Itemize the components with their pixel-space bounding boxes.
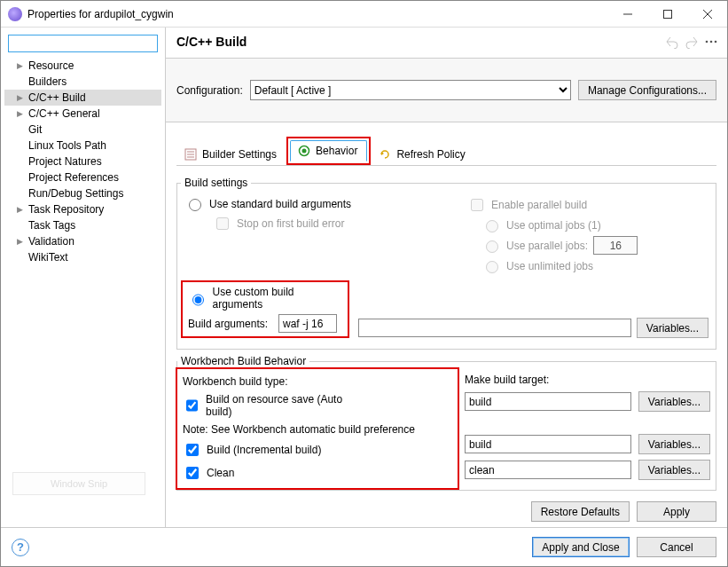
stop-first-checkbox	[216, 217, 229, 230]
page-buttons: Restore Defaults Apply	[166, 492, 727, 522]
parallel-jobs-label: Use parallel jobs:	[506, 240, 588, 252]
sidebar-item-git[interactable]: Git	[4, 122, 161, 138]
sidebar-item-validation[interactable]: ▶Validation	[4, 233, 161, 249]
sidebar: ▶Resource Builders ▶C/C++ Build ▶C/C++ G…	[1, 28, 166, 527]
sidebar-item-task-repo[interactable]: ▶Task Repository	[4, 201, 161, 217]
minimize-button[interactable]	[607, 1, 647, 28]
use-standard-label: Use standard build arguments	[209, 198, 351, 210]
enable-parallel-label: Enable parallel build	[491, 199, 587, 211]
svg-rect-1	[663, 10, 671, 18]
clean-label: Clean	[207, 467, 234, 479]
highlight-box: Use custom build arguments Build argumen…	[181, 280, 349, 338]
build-args-input[interactable]	[278, 314, 337, 333]
sidebar-item-wikitext[interactable]: WikiText	[4, 249, 161, 265]
nav-tree: ▶Resource Builders ▶C/C++ Build ▶C/C++ G…	[1, 58, 165, 265]
optimal-jobs-label: Use optimal jobs (1)	[506, 219, 601, 232]
workbench-legend: Workbench Build Behavior	[177, 355, 309, 367]
highlight-box: Behavior	[286, 137, 371, 165]
svg-point-4	[706, 41, 708, 43]
sidebar-item-resource[interactable]: ▶Resource	[4, 58, 161, 74]
stop-first-label: Stop on first build error	[237, 217, 344, 230]
tab-refresh-policy[interactable]: Refresh Policy	[371, 144, 474, 165]
forward-arrow-icon[interactable]	[685, 35, 699, 49]
svg-point-6	[715, 41, 717, 43]
menu-icon[interactable]	[704, 35, 718, 49]
window-title: Properties for ardupilot_cygwin	[27, 8, 607, 20]
make-target-label: Make build target:	[465, 374, 549, 386]
close-icon	[703, 10, 712, 19]
use-custom-radio[interactable]	[192, 294, 204, 306]
tab-behavior[interactable]: Behavior	[290, 140, 367, 161]
build-args-label: Build arguments:	[188, 318, 273, 330]
clean-checkbox[interactable]	[186, 467, 199, 479]
parallel-jobs-input	[593, 236, 638, 255]
content-pane: C/C++ Build Configuration: Default [ Act…	[166, 28, 727, 527]
app-icon	[8, 7, 22, 21]
wb-type-label: Workbench build type:	[183, 375, 360, 388]
sidebar-item-task-tags[interactable]: Task Tags	[4, 217, 161, 233]
refresh-icon	[379, 148, 391, 161]
variables-button[interactable]: Variables...	[637, 318, 708, 338]
clean-target-input[interactable]	[465, 461, 631, 479]
workbench-group: Workbench Build Behavior Workbench build…	[176, 355, 716, 491]
sidebar-item-run-debug[interactable]: Run/Debug Settings	[4, 185, 161, 201]
dialog-footer: ? Apply and Close Cancel	[1, 527, 727, 566]
use-standard-radio[interactable]	[189, 199, 201, 211]
radio-icon	[298, 145, 310, 157]
page-title: C/C++ Build	[176, 35, 660, 49]
sidebar-item-builders[interactable]: Builders	[4, 74, 161, 90]
sidebar-item-project-natures[interactable]: Project Natures	[4, 154, 161, 169]
configuration-label: Configuration:	[176, 84, 243, 97]
build-settings-legend: Build settings	[181, 177, 251, 189]
auto-build-label: Build on resource save (Auto build)	[206, 393, 360, 418]
page-header: C/C++ Build	[166, 28, 727, 59]
apply-close-button[interactable]: Apply and Close	[532, 537, 630, 557]
help-icon[interactable]: ?	[12, 539, 29, 556]
filter-input[interactable]	[8, 35, 158, 52]
variables-button-incr[interactable]: Variables...	[638, 434, 710, 454]
wb-note: Note: See Workbench automatic build pref…	[183, 423, 415, 436]
highlight-box: Workbench build type: Build on resource …	[176, 367, 459, 490]
form-area: Build settings Use standard build argume…	[166, 166, 727, 492]
configuration-row: Configuration: Default [ Active ] Manage…	[166, 59, 727, 122]
use-custom-label: Use custom build arguments	[212, 286, 342, 311]
chevron-right-icon: ▶	[17, 61, 27, 70]
sidebar-item-linux-tools[interactable]: Linux Tools Path	[4, 138, 161, 154]
variables-button-clean[interactable]: Variables...	[638, 460, 710, 480]
incremental-checkbox[interactable]	[186, 444, 199, 456]
incremental-label: Build (Incremental build)	[207, 444, 321, 456]
tab-builder-settings[interactable]: Builder Settings	[176, 144, 286, 165]
tab-bar: Builder Settings Behavior Refresh Policy	[166, 122, 727, 165]
chevron-right-icon: ▶	[17, 237, 27, 246]
build-settings-group: Build settings Use standard build argume…	[176, 177, 716, 350]
window-snip-overlay: Window Snip	[12, 472, 145, 495]
chevron-right-icon: ▶	[17, 205, 27, 214]
build-args-input-ext[interactable]	[358, 319, 631, 337]
manage-configs-button[interactable]: Manage Configurations...	[578, 80, 716, 100]
sidebar-item-cpp-general[interactable]: ▶C/C++ General	[4, 106, 161, 122]
auto-target-input[interactable]	[465, 392, 631, 411]
sidebar-item-project-refs[interactable]: Project References	[4, 169, 161, 185]
unlimited-jobs-label: Use unlimited jobs	[506, 260, 593, 272]
restore-defaults-button[interactable]: Restore Defaults	[531, 501, 630, 522]
optimal-jobs-radio	[486, 220, 498, 232]
auto-build-checkbox[interactable]	[186, 399, 198, 412]
maximize-icon	[663, 10, 672, 19]
list-icon	[184, 148, 197, 161]
maximize-button[interactable]	[647, 1, 687, 28]
configuration-select[interactable]: Default [ Active ]	[250, 80, 571, 100]
back-arrow-icon[interactable]	[665, 35, 679, 49]
incremental-target-input[interactable]	[465, 435, 631, 453]
apply-button[interactable]: Apply	[637, 501, 716, 522]
minimize-icon	[623, 10, 632, 19]
sidebar-item-cpp-build[interactable]: ▶C/C++ Build	[4, 90, 161, 106]
chevron-right-icon: ▶	[17, 93, 27, 102]
unlimited-jobs-radio	[486, 261, 498, 273]
close-button[interactable]	[687, 1, 727, 28]
enable-parallel-checkbox	[471, 199, 483, 211]
parallel-jobs-radio	[486, 240, 498, 253]
variables-button-auto[interactable]: Variables...	[638, 391, 710, 412]
cancel-button[interactable]: Cancel	[637, 537, 716, 557]
svg-point-12	[302, 149, 307, 154]
svg-point-5	[710, 41, 713, 43]
